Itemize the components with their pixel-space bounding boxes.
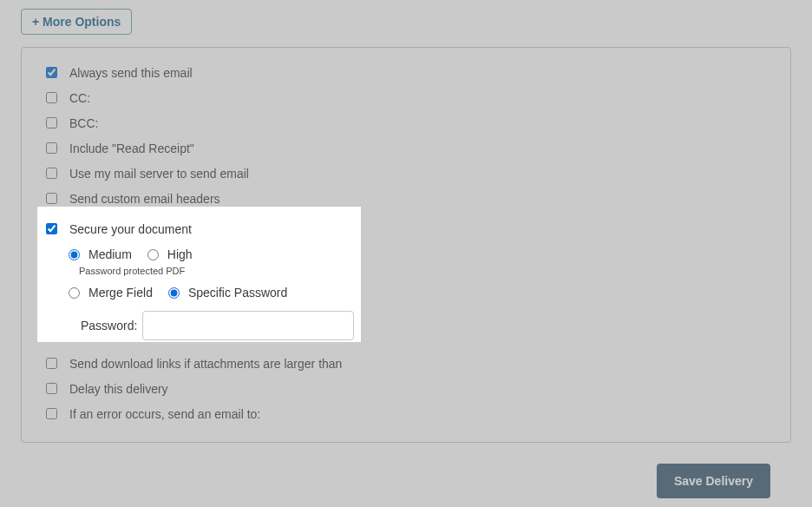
- mail-server-label: Use my mail server to send email: [69, 167, 249, 181]
- bcc-label: BCC:: [69, 116, 98, 130]
- password-source-group: Merge Field Specific Password: [69, 280, 766, 306]
- password-merge-label: Merge Field: [88, 286, 153, 300]
- option-download-links: Send download links if attachments are l…: [46, 351, 766, 376]
- read-receipt-checkbox[interactable]: [46, 142, 57, 154]
- option-read-receipt: Include "Read Receipt": [46, 135, 766, 161]
- security-level-group: Medium High: [69, 241, 766, 267]
- cc-checkbox[interactable]: [46, 92, 57, 103]
- security-level-medium-label: Medium: [88, 247, 132, 261]
- security-level-high-label: High: [167, 247, 193, 261]
- custom-headers-label: Send custom email headers: [69, 192, 220, 206]
- download-links-checkbox[interactable]: [46, 358, 57, 369]
- option-bcc: BCC:: [46, 110, 766, 135]
- always-send-checkbox[interactable]: [46, 67, 57, 78]
- mail-server-checkbox[interactable]: [46, 168, 57, 179]
- option-error-email: If an error occurs, send an email to:: [46, 401, 766, 426]
- options-panel: Always send this email CC: BCC: Include …: [21, 47, 791, 443]
- password-label: Password:: [81, 319, 137, 333]
- bcc-checkbox[interactable]: [46, 117, 57, 128]
- option-delay: Delay this delivery: [46, 376, 766, 401]
- option-always-send: Always send this email: [46, 60, 766, 85]
- delay-checkbox[interactable]: [46, 383, 57, 394]
- more-options-button[interactable]: + More Options: [21, 9, 132, 35]
- security-level-medium-radio[interactable]: [69, 249, 80, 260]
- secure-document-block: Secure your document Medium High Passwor…: [37, 211, 775, 351]
- error-email-checkbox[interactable]: [46, 408, 57, 419]
- password-merge-radio[interactable]: [69, 287, 80, 299]
- security-level-high-radio[interactable]: [147, 249, 159, 260]
- security-hint: Password protected PDF: [69, 266, 766, 276]
- cc-label: CC:: [69, 91, 90, 105]
- custom-headers-checkbox[interactable]: [46, 193, 57, 204]
- option-cc: CC:: [46, 85, 766, 110]
- secure-document-checkbox[interactable]: [46, 223, 57, 234]
- always-send-label: Always send this email: [69, 66, 193, 80]
- delay-label: Delay this delivery: [69, 382, 168, 396]
- download-links-label: Send download links if attachments are l…: [69, 357, 342, 371]
- option-custom-headers: Send custom email headers: [46, 186, 766, 211]
- password-specific-radio[interactable]: [168, 287, 180, 299]
- option-mail-server: Use my mail server to send email: [46, 161, 766, 186]
- error-email-label: If an error occurs, send an email to:: [69, 407, 260, 421]
- password-input[interactable]: [142, 311, 354, 340]
- save-delivery-button[interactable]: Save Delivery: [657, 464, 770, 498]
- password-specific-label: Specific Password: [188, 286, 287, 300]
- read-receipt-label: Include "Read Receipt": [69, 142, 194, 155]
- secure-document-label: Secure your document: [69, 222, 192, 236]
